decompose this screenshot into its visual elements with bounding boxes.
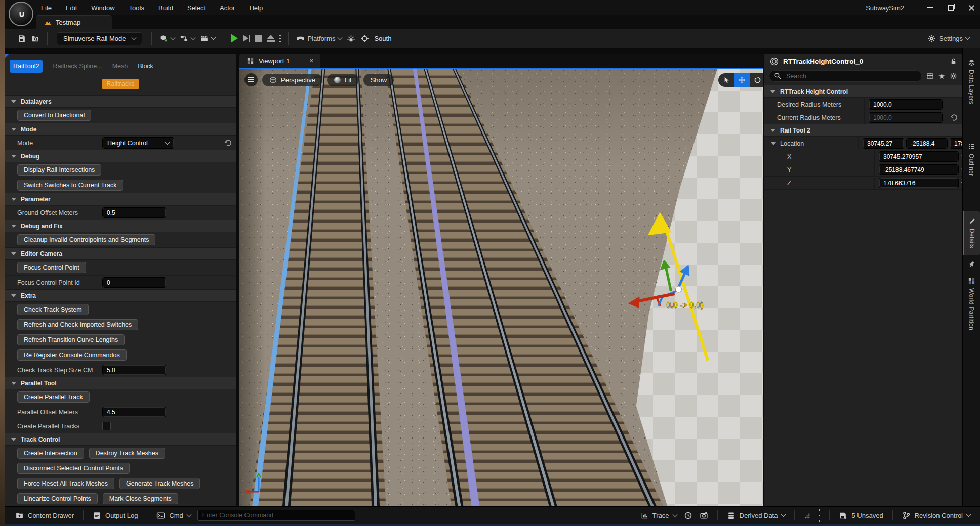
force-reset-track-meshes-button[interactable]: Force Reset All Track Meshes xyxy=(17,478,114,489)
menu-actor[interactable]: Actor xyxy=(220,4,235,12)
location-x-summary-input[interactable] xyxy=(863,138,904,149)
ground-offset-input[interactable] xyxy=(102,207,166,218)
refresh-transition-curve-button[interactable]: Refresh Transition Curve Lengths xyxy=(17,334,125,345)
cinematics-button[interactable] xyxy=(197,34,218,43)
create-intersection-button[interactable]: Create Intersection xyxy=(17,448,84,459)
menu-build[interactable]: Build xyxy=(158,4,173,12)
transform-gizmo[interactable]: 0.0 -> 0.0) xyxy=(239,69,763,507)
reset-to-default-icon[interactable] xyxy=(950,114,958,121)
display-options-icon[interactable] xyxy=(926,72,934,80)
content-drawer-button[interactable]: Content Drawer xyxy=(12,511,77,520)
switch-switches-button[interactable]: Switch Switches to Current Track xyxy=(17,180,123,191)
eject-button[interactable] xyxy=(264,35,277,42)
section-track-control[interactable]: Track Control xyxy=(5,433,236,446)
play-options-kebab-icon[interactable] xyxy=(277,35,283,42)
settings-button[interactable]: Settings xyxy=(925,34,972,43)
show-button[interactable]: Show xyxy=(363,74,394,86)
focus-control-point-button[interactable]: Focus Control Point xyxy=(17,262,86,273)
cleanup-invalid-button[interactable]: Cleanup Invalid Controlpoints and Segmen… xyxy=(17,234,155,245)
create-parallel-track-button[interactable]: Create Parallel Track xyxy=(17,391,90,403)
select-tool-button[interactable] xyxy=(718,73,734,87)
mode-dropdown[interactable]: Height Control xyxy=(102,137,174,149)
status-kebab-icon[interactable] xyxy=(815,509,824,522)
add-actor-button[interactable] xyxy=(157,34,177,43)
create-parallel-tracks-checkbox[interactable] xyxy=(102,422,111,430)
tab-viewport-1[interactable]: Viewport 1 × xyxy=(239,54,320,68)
viewport-3d-scene[interactable]: 0.0 -> 0.0) Perspective Lit Show xyxy=(239,68,763,507)
stop-button[interactable] xyxy=(253,35,264,42)
section-editor-camera[interactable]: Editor Camera xyxy=(5,247,236,260)
console-command-input[interactable] xyxy=(197,510,355,521)
play-button[interactable] xyxy=(228,34,240,43)
details-search[interactable] xyxy=(769,70,922,82)
axis-x-input[interactable] xyxy=(879,151,959,162)
linearize-control-points-button[interactable]: Linearize Control Points xyxy=(17,493,98,504)
memory-grid-button[interactable] xyxy=(800,512,815,519)
check-track-step-input[interactable] xyxy=(102,365,166,375)
derived-data-dropdown[interactable]: Derived Data xyxy=(723,511,789,520)
rotate-tool-button[interactable] xyxy=(750,73,763,87)
focus-control-point-id-input[interactable] xyxy=(102,277,166,288)
location-y-summary-input[interactable] xyxy=(906,138,948,149)
restore-button[interactable] xyxy=(947,4,954,11)
unreal-logo-icon[interactable] xyxy=(9,2,33,26)
check-track-system-button[interactable]: Check Track System xyxy=(17,304,89,315)
environment-light-button[interactable] xyxy=(344,34,358,43)
unsaved-button[interactable]: 5 Unsaved xyxy=(835,511,886,520)
cmd-dropdown[interactable]: Cmd xyxy=(153,511,194,520)
pin-icon[interactable] xyxy=(963,255,980,273)
details-search-input[interactable] xyxy=(785,72,917,80)
revision-control-dropdown[interactable]: Revision Control xyxy=(899,511,974,520)
viewport-menu-button[interactable] xyxy=(244,73,258,86)
disconnect-control-points-button[interactable]: Disconnect Selected Control Points xyxy=(17,463,130,474)
section-datalayers[interactable]: Datalayers xyxy=(5,95,236,108)
tab-data-layers[interactable]: Data Layers xyxy=(963,55,980,108)
details-settings-gear-icon[interactable] xyxy=(950,72,957,80)
menu-file[interactable]: File xyxy=(41,4,52,12)
tab-outliner[interactable]: Outliner xyxy=(963,139,980,180)
favorites-star-icon[interactable]: ★ xyxy=(938,72,945,80)
platforms-button[interactable]: Platforms xyxy=(294,34,345,43)
output-log-button[interactable]: Output Log xyxy=(89,511,141,520)
menu-select[interactable]: Select xyxy=(187,4,206,12)
insights-timer-button[interactable] xyxy=(680,511,696,520)
desired-radius-input[interactable] xyxy=(869,99,943,110)
menu-tools[interactable]: Tools xyxy=(129,4,144,12)
re-register-console-button[interactable]: Re Register Console Commandos xyxy=(17,349,127,361)
generate-track-meshes-button[interactable]: Generate Track Meshes xyxy=(119,478,200,489)
display-rail-intersections-button[interactable]: Display Rail Intersections xyxy=(17,164,101,176)
parallel-offset-input[interactable] xyxy=(102,407,166,417)
focus-target-button[interactable] xyxy=(358,34,372,43)
blueprints-button[interactable] xyxy=(177,34,197,43)
reset-to-default-icon[interactable] xyxy=(224,139,232,147)
section-extra[interactable]: Extra xyxy=(5,289,236,302)
lit-button[interactable]: Lit xyxy=(327,74,359,86)
location-z-summary-input[interactable] xyxy=(950,138,962,149)
section-parameter[interactable]: Parameter xyxy=(5,193,236,205)
tab-railtool2[interactable]: RailTool2 xyxy=(10,60,43,73)
refresh-check-switches-button[interactable]: Refresh and Check Imported Switches xyxy=(17,319,138,330)
destroy-track-meshes-button[interactable]: Destroy Track Meshes xyxy=(89,448,165,459)
menu-window[interactable]: Window xyxy=(91,4,114,12)
location-label-row[interactable]: Location xyxy=(764,140,858,147)
axis-y-input[interactable] xyxy=(879,164,959,175)
menu-edit[interactable]: Edit xyxy=(66,4,77,12)
tab-world-partition[interactable]: World Partition xyxy=(963,273,980,334)
close-button[interactable] xyxy=(968,4,975,11)
editor-mode-select[interactable]: Simuverse Rail Mode xyxy=(57,32,142,45)
section-rail-tool-2[interactable]: Rail Tool 2 xyxy=(764,124,962,137)
section-mode[interactable]: Mode xyxy=(5,123,236,136)
section-debug-and-fix[interactable]: Debug and Fix xyxy=(5,220,236,232)
minimize-button[interactable] xyxy=(926,4,933,11)
convert-to-directional-button[interactable]: Convert to Directional xyxy=(17,110,91,121)
skip-frame-button[interactable] xyxy=(240,35,253,42)
mark-close-segments-button[interactable]: Mark Close Segments xyxy=(103,493,178,504)
section-rttrack-height-control[interactable]: RTTrack Height Control xyxy=(764,85,962,98)
section-debug[interactable]: Debug xyxy=(5,150,236,162)
axis-z-input[interactable] xyxy=(879,178,959,188)
browse-content-button[interactable] xyxy=(28,34,42,43)
save-button[interactable] xyxy=(15,34,28,43)
tab-details[interactable]: Details xyxy=(963,211,980,255)
move-tool-button[interactable] xyxy=(734,73,750,87)
section-parallel-tool[interactable]: Parallel Tool xyxy=(5,377,236,389)
